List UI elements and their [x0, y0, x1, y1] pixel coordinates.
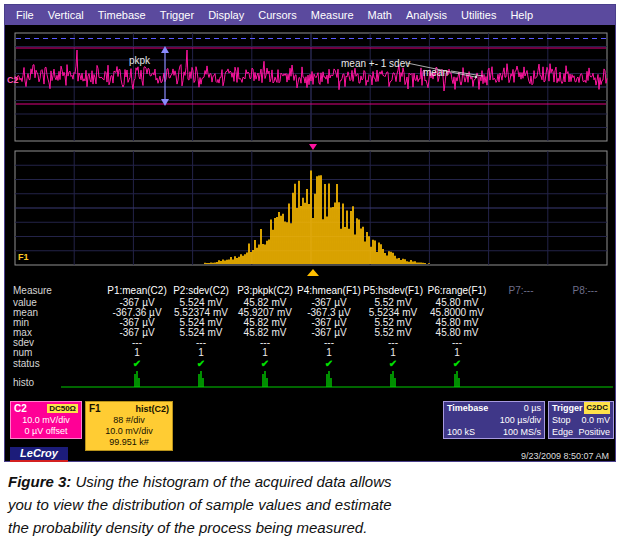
measure-cell: 1 [297, 347, 361, 358]
menu-utilities[interactable]: Utilities [454, 7, 503, 23]
row-label: num [5, 347, 105, 358]
figure-caption: Figure 3: Using the histogram of the acq… [8, 470, 478, 539]
measure-row-max: max -367 µV 5.524 mV 45.82 mV -367 µV 5.… [5, 327, 617, 337]
measure-header-row: Measure P1:mean(C2) P2:sdev(C2) P3:pkpk(… [5, 283, 617, 297]
timestamp: 9/23/2009 8:50:07 AM [521, 451, 609, 461]
c2-trace-label: C2 [7, 75, 19, 85]
c2-offset: 0 µV offset [11, 426, 81, 437]
menu-bar: File Vertical Timebase Trigger Display C… [5, 5, 615, 25]
measure-col-header[interactable]: P1:mean(C2) [105, 285, 169, 296]
measure-col-header[interactable]: P8:--- [553, 285, 617, 296]
c2-channel-label: C2 [14, 403, 27, 414]
measure-col-header[interactable]: P7:--- [489, 285, 553, 296]
measure-cell: 1 [425, 347, 489, 358]
f1-population: 99.951 k# [86, 437, 172, 448]
timebase-samples: 100 kS [447, 426, 475, 438]
measure-row-sdev: sdev --- --- --- --- --- --- [5, 337, 617, 347]
menu-file[interactable]: File [9, 7, 41, 23]
timebase-title: Timebase [447, 402, 488, 414]
menu-help[interactable]: Help [503, 7, 540, 23]
f1-descriptor-box[interactable]: F1 hist(C2) 88 #/div 10.0 mV/div 99.951 … [85, 401, 173, 451]
status-check-icon: ✔ [233, 358, 297, 369]
measure-row-status: status ✔ ✔ ✔ ✔ ✔ ✔ [5, 357, 617, 370]
page: File Vertical Timebase Trigger Display C… [0, 0, 620, 548]
figure-label: Figure 3: [8, 473, 71, 490]
measure-title: Measure [5, 285, 105, 296]
measure-col-header[interactable]: P3:pkpk(C2) [233, 285, 297, 296]
status-check-icon: ✔ [425, 358, 489, 369]
pkpk-annotation: pkpk [129, 55, 150, 66]
measure-col-header[interactable]: P4:hmean(F1) [297, 285, 361, 296]
timebase-delay: 0 µs [524, 402, 541, 414]
menu-measure[interactable]: Measure [304, 7, 361, 23]
measure-row-value: value -367 µV 5.524 mV 45.82 mV -367 µV … [5, 297, 617, 307]
menu-vertical[interactable]: Vertical [41, 7, 91, 23]
row-label: status [5, 358, 105, 369]
trigger-title: Trigger [552, 402, 583, 414]
measure-col-header[interactable]: P5:hsdev(F1) [361, 285, 425, 296]
measure-row-num: num 1 1 1 1 1 1 [5, 347, 617, 357]
oscilloscope-screen: File Vertical Timebase Trigger Display C… [4, 4, 616, 462]
status-check-icon: ✔ [361, 358, 425, 369]
measure-col-header[interactable]: P6:range(F1) [425, 285, 489, 296]
f1-trace-label: F1 [18, 252, 29, 262]
histicon-sparkline [5, 370, 617, 396]
caption-line: you to view the distribution of sample v… [8, 496, 392, 513]
status-check-icon: ✔ [297, 358, 361, 369]
menu-trigger[interactable]: Trigger [153, 7, 201, 23]
measure-row-min: min -367 µV 5.524 mV 45.82 mV -367 µV 5.… [5, 317, 617, 327]
f1-volts-per-div: 10.0 mV/div [86, 426, 172, 437]
timebase-per-div: 100 µs/div [500, 414, 541, 426]
f1-function: hist(C2) [136, 404, 170, 414]
c2-coupling-chip: DC50Ω [47, 404, 78, 413]
f1-counts-per-div: 88 #/div [86, 415, 172, 426]
trigger-type: Edge [552, 426, 573, 438]
menu-timebase[interactable]: Timebase [91, 7, 153, 23]
lecroy-logo: LeCroy [10, 447, 68, 462]
menu-math[interactable]: Math [361, 7, 399, 23]
caption-line: Using the histogram of the acquired data… [76, 473, 392, 490]
trigger-box[interactable]: Trigger C2DC Stop 0.0 mV Edge Positive [548, 401, 614, 439]
measure-cell: 1 [105, 347, 169, 358]
status-check-icon: ✔ [169, 358, 233, 369]
row-label: histo [13, 377, 34, 388]
measure-row-mean: mean -367.36 µV 5.52374 mV 45.9207 mV -3… [5, 307, 617, 317]
status-check-icon: ✔ [105, 358, 169, 369]
waveform-display [5, 25, 617, 283]
measure-cell: 1 [361, 347, 425, 358]
caption-line: the probability density of the process b… [8, 519, 367, 536]
trigger-source-chip: C2DC [584, 402, 610, 414]
timebase-rate: 100 MS/s [503, 426, 541, 438]
trigger-level: 0.0 mV [581, 414, 610, 426]
timebase-box[interactable]: Timebase 0 µs 100 µs/div 100 kS 100 MS/s [443, 401, 545, 439]
measure-table: Measure P1:mean(C2) P2:sdev(C2) P3:pkpk(… [5, 283, 617, 396]
mean-sdev-annotation: mean +- 1 sdev [341, 58, 410, 69]
menu-analysis[interactable]: Analysis [399, 7, 454, 23]
c2-volts-per-div: 10.0 mV/div [11, 415, 81, 426]
c2-descriptor-box[interactable]: C2 DC50Ω 10.0 mV/div 0 µV offset [10, 401, 82, 439]
menu-display[interactable]: Display [201, 7, 251, 23]
measure-col-header[interactable]: P2:sdev(C2) [169, 285, 233, 296]
measure-cell: 1 [233, 347, 297, 358]
f1-trace-label: F1 [89, 403, 101, 414]
trigger-mode: Stop [552, 414, 571, 426]
measure-row-histo: histo [5, 370, 617, 396]
trigger-slope: Positive [578, 426, 610, 438]
mean-annotation: mean [423, 67, 448, 78]
menu-cursors[interactable]: Cursors [251, 7, 304, 23]
measure-cell: 1 [169, 347, 233, 358]
